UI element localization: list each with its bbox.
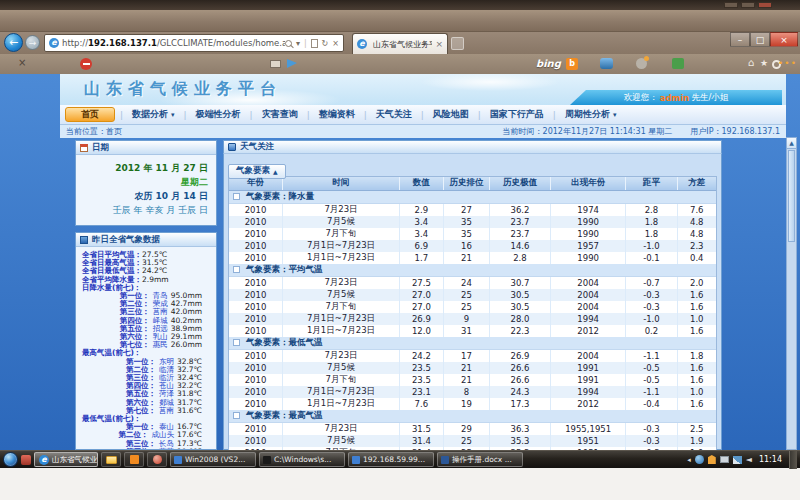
calendar-date: 2012 年 11 月 27 日 <box>76 161 208 175</box>
favorites-star-icon[interactable]: ★ <box>760 58 768 68</box>
close-button[interactable]: × <box>770 32 798 47</box>
table-row[interactable]: 20107月23日24.21726.92004-1.11.8 <box>229 349 716 362</box>
taskbar-app-button-2[interactable] <box>147 452 167 467</box>
expand-checkbox-icon[interactable] <box>233 412 240 419</box>
table-row[interactable]: 20107月5候23.52126.61991-0.51.6 <box>229 362 716 374</box>
mail-icon[interactable] <box>270 60 281 68</box>
page-scrollbar[interactable]: ▲ <box>786 137 797 450</box>
maximize-button[interactable]: □ <box>750 32 770 47</box>
column-header[interactable]: 历史排位 <box>443 177 489 190</box>
compatibility-view-icon[interactable] <box>311 39 318 48</box>
station-link[interactable]: 惠民 <box>153 340 168 349</box>
table-row[interactable]: 20107月23日27.52430.72004-0.72.0 <box>229 276 716 289</box>
table-row[interactable]: 20107月1日~7月23日6.91614.61957-1.02.3 <box>229 240 716 252</box>
nav-item-1[interactable]: 首页 <box>65 107 115 122</box>
refresh-icon[interactable]: ↻ <box>322 39 329 48</box>
expand-checkbox-icon[interactable] <box>233 266 240 273</box>
nav-item-2[interactable]: 数据分析▾ <box>123 105 184 124</box>
tray-expand-icon[interactable]: ◂ <box>687 456 691 464</box>
table-row[interactable]: 20107月下旬27.02530.52004-0.31.6 <box>229 301 716 313</box>
nav-item-9[interactable]: 周期性分析▾ <box>556 105 626 124</box>
url-text[interactable]: http://192.168.137.1/GLCCLIMATE/modules/… <box>62 38 285 48</box>
taskbar-window-button-1[interactable]: Win2008 (VS2... <box>170 452 256 467</box>
taskbar-window-button-3[interactable]: 192.168.59.99... <box>348 452 434 467</box>
table-row[interactable]: 20101月1日~7月23日1.7212.81990-0.10.4 <box>229 252 716 264</box>
table-row[interactable]: 20107月1日~7月23日26.9928.01994-1.01.0 <box>229 313 716 325</box>
taskbar-clock[interactable]: 11:14 <box>759 455 782 464</box>
table-row[interactable]: 20107月5候31.42535.31951-0.31.9 <box>229 435 716 447</box>
column-header[interactable]: 出现年份 <box>550 177 625 190</box>
send-icon[interactable] <box>287 59 297 68</box>
minimize-button[interactable]: – <box>730 32 750 47</box>
column-header[interactable]: 年份 <box>229 177 283 190</box>
tray-security-icon[interactable] <box>708 455 716 464</box>
table-cell: 2010 <box>229 228 283 240</box>
group-header-row[interactable]: 气象要素：最低气温 <box>229 337 716 350</box>
nav-item-4[interactable]: 灾害查询 <box>253 105 307 124</box>
taskbar-ie-button[interactable]: e 山东省气候业务平... <box>34 452 98 467</box>
forward-button[interactable]: → <box>25 35 40 50</box>
close-sidebar-icon[interactable]: × <box>18 57 26 68</box>
taskbar-app-button-1[interactable] <box>124 452 144 467</box>
notification-icon[interactable] <box>636 58 647 69</box>
nav-item-3[interactable]: 极端性分析 <box>187 105 250 124</box>
tab-close-icon[interactable]: × <box>435 39 443 49</box>
taskbar-explorer-button[interactable] <box>101 452 121 467</box>
table-row[interactable]: 20101月1日~7月23日7.61917.32012-0.41.6 <box>229 398 716 410</box>
element-filter-button[interactable]: 气象要素 ▲ <box>228 164 286 179</box>
column-header[interactable]: 数值 <box>399 177 443 190</box>
table-row[interactable]: 20107月23日31.52936.31955,1951-0.32.5 <box>229 422 716 435</box>
start-button[interactable] <box>3 452 18 467</box>
show-desktop-button[interactable] <box>789 451 797 469</box>
tray-volume-icon[interactable]: ◄ <box>746 456 752 464</box>
tray-network-icon[interactable] <box>733 456 742 464</box>
ie-window-titlebar[interactable] <box>0 10 800 32</box>
table-row[interactable]: 20107月下旬3.43523.719901.84.8 <box>229 228 716 240</box>
table-row[interactable]: 20107月下旬23.52126.61991-0.51.6 <box>229 374 716 386</box>
expand-checkbox-icon[interactable] <box>233 339 240 346</box>
chevron-down-icon[interactable]: ▾ <box>296 39 300 48</box>
home-icon[interactable]: ⌂ <box>748 57 754 68</box>
column-header[interactable]: 方差 <box>677 177 716 190</box>
messenger-icon[interactable] <box>600 58 613 69</box>
round-app-icon <box>153 455 162 464</box>
station-link[interactable]: 莒南 <box>159 406 174 415</box>
taskbar-window-button-2[interactable]: C:\Windows\s... <box>259 452 345 467</box>
stop-icon[interactable]: × <box>332 39 339 48</box>
nav-item-8[interactable]: 国家下行产品 <box>481 105 553 124</box>
table-row[interactable]: 20107月5候3.43523.719901.84.8 <box>229 216 716 228</box>
column-header[interactable]: 距平 <box>626 177 677 190</box>
new-tab-button[interactable] <box>451 37 464 50</box>
expand-checkbox-icon[interactable] <box>233 193 240 200</box>
address-bar[interactable]: e http://192.168.137.1/GLCCLIMATE/module… <box>44 34 344 52</box>
bing-logo[interactable]: bing <box>536 58 561 69</box>
taskbar-window-button-4[interactable]: 操作手册.docx ... <box>437 452 523 467</box>
table-row[interactable]: 20107月1日~7月23日23.1824.31994-1.11.0 <box>229 386 716 398</box>
bing-box-icon[interactable]: b <box>566 58 578 70</box>
pinned-app-icon[interactable] <box>21 455 31 465</box>
table-row[interactable]: 20107月23日2.92736.219742.87.6 <box>229 203 716 216</box>
more-dots-icon[interactable]: ••• <box>778 58 797 68</box>
addon-icon[interactable] <box>80 58 92 70</box>
table-cell: 22.3 <box>490 325 551 337</box>
column-header[interactable]: 历史极值 <box>490 177 551 190</box>
nav-item-5[interactable]: 整编资料 <box>310 105 364 124</box>
table-row[interactable]: 20101月1日~7月23日12.03122.320120.21.6 <box>229 325 716 337</box>
column-header[interactable]: 时间 <box>283 177 400 190</box>
scrollbar-thumb[interactable] <box>788 150 795 242</box>
scroll-up-icon[interactable]: ▲ <box>787 138 796 149</box>
group-header-row[interactable]: 气象要素：最高气温 <box>229 410 716 423</box>
group-header-row[interactable]: 气象要素：平均气温 <box>229 264 716 277</box>
table-cell: 2004 <box>550 289 625 301</box>
translate-addon-icon[interactable] <box>672 58 684 69</box>
group-header-row[interactable]: 气象要素：降水量 <box>229 190 716 203</box>
table-row[interactable]: 20107月5候27.02530.52004-0.31.6 <box>229 289 716 301</box>
nav-item-6[interactable]: 天气关注 <box>367 105 421 124</box>
back-button[interactable]: ← <box>4 33 23 52</box>
background-window-strip <box>0 0 800 10</box>
nav-item-7[interactable]: 风险地图 <box>424 105 478 124</box>
tray-network-app-icon[interactable] <box>695 455 704 464</box>
browser-tab[interactable]: e 山东省气候业务平... × <box>352 33 448 54</box>
tray-display-icon[interactable] <box>720 456 729 463</box>
search-icon[interactable] <box>285 40 292 47</box>
